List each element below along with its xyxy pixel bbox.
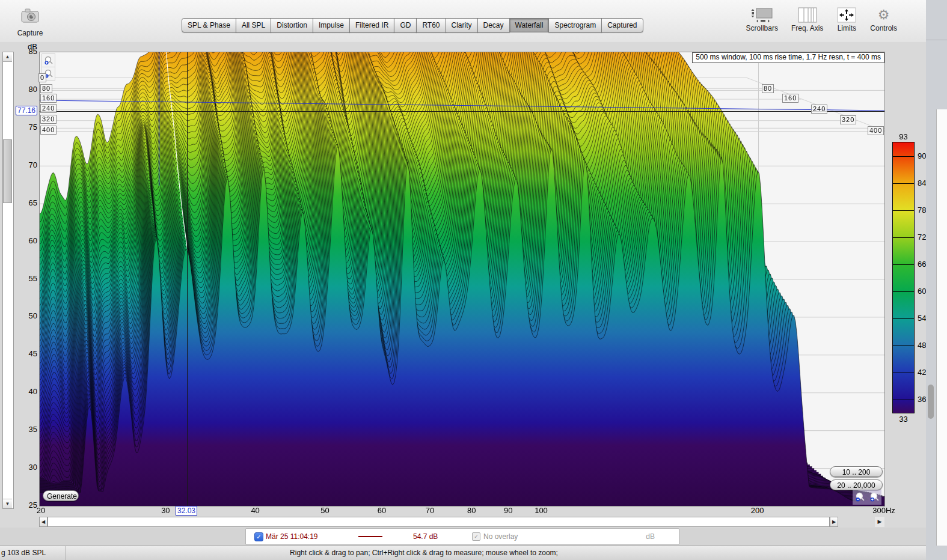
zoom-out-icon[interactable] [855,492,865,502]
x-tick-200: 200 [751,506,764,515]
time-label-right-80: 80 [762,84,774,93]
time-label-left-240: 240 [40,104,57,113]
time-label-left-400: 400 [40,126,57,135]
time-label-right-400: 400 [868,126,884,135]
x-tick-90: 90 [504,506,512,515]
limits-icon [836,6,857,24]
horizontal-scrollbar-track[interactable] [48,517,830,527]
x-tick-60: 60 [378,506,386,515]
graph-tab-strip: SPL & PhaseAll SPLDistortionImpulseFilte… [182,18,643,32]
controls-button[interactable]: ⚙ Controls [870,6,897,32]
time-label-right-320: 320 [840,115,856,124]
scroll-left-arrow-icon[interactable]: ◀ [39,517,48,527]
zoom-in-icon [44,56,54,65]
generate-button[interactable]: Generate [43,490,79,501]
x-tick-30: 30 [161,506,170,515]
x-tick-40: 40 [251,506,259,515]
y-tick-60: 60 [14,236,37,245]
tab-distortion[interactable]: Distortion [271,18,313,32]
main-toolbar: Capture SPL & PhaseAll SPLDistortionImpu… [0,0,926,42]
x-tick-20: 20 [37,506,45,515]
y-tick-55: 55 [14,274,37,283]
scroll-up-arrow-icon[interactable]: ▲ [3,52,12,62]
waterfall-plot-area: 500 ms window, 100 ms rise time, 1.7 Hz … [39,52,885,507]
background-window-edge [926,0,947,560]
colorbar-tick-72: 72 [918,233,926,242]
toolbar-right-tools: Scrollbars Freq. Axis [746,6,897,32]
cursor-freq-readout: 32.03 [176,506,197,516]
zoom-in-button[interactable] [41,53,55,67]
colorbar-tick-36: 36 [918,395,926,404]
colorbar-tick-54: 54 [918,314,926,323]
tab-gd[interactable]: GD [394,18,417,32]
time-label-right-160: 160 [782,94,798,103]
measurement-level: 54.7 dB [413,532,438,541]
y-tick-45: 45 [14,349,37,358]
no-overlay-label: No overlay [483,532,518,541]
colorbar-tick-60: 60 [918,287,926,296]
measurement-checkbox[interactable]: ✓ [254,532,263,541]
freq-axis-button[interactable]: Freq. Axis [791,6,823,32]
tab-captured[interactable]: Captured [601,18,643,32]
time-label-left-80: 80 [40,84,52,93]
colorbar-tick-66: 66 [918,260,926,269]
no-overlay-checkbox[interactable]: ✓ [472,532,480,541]
legend-bar: ✓ Mär 25 11:04:19 54.7 dB ✓ No overlay d… [0,528,926,545]
y-tick-65: 65 [14,198,37,207]
legend-entry: ✓ Mär 25 11:04:19 54.7 dB ✓ No overlay d… [245,528,679,545]
y-tick-40: 40 [14,387,37,396]
limits-button[interactable]: Limits [836,6,857,32]
colorbar-tick-90: 90 [918,151,926,160]
controls-label: Controls [870,24,897,32]
measurement-info-box: 500 ms window, 100 ms rise time, 1.7 Hz … [692,52,884,63]
measurement-name: Mär 25 11:04:19 [266,532,318,541]
horizontal-scrollbar[interactable]: ◀ ▶ [39,517,839,527]
freq-range-button-20-20000[interactable]: 20 .. 20,000 [830,479,883,490]
outer-scroll-right-arrow-icon[interactable]: ▶ [875,517,884,527]
y-tick-35: 35 [14,425,37,434]
background-scrollbar-thumb[interactable] [928,385,934,419]
time-label-left-320: 320 [40,115,57,124]
camera-icon [18,7,42,28]
legend-unit: dB [646,532,655,541]
gear-icon: ⚙ [878,7,890,23]
tab-spl-phase[interactable]: SPL & Phase [182,18,236,32]
cursor-level-readout: 77.16 [16,106,37,115]
status-bar: g 103 dB SPL Right click & drag to pan; … [0,546,926,560]
y-tick-30: 30 [14,463,37,472]
colorbar-min-label: 33 [892,415,915,424]
tab-spectrogram[interactable]: Spectrogram [548,18,602,32]
rew-app-window: Capture SPL & PhaseAll SPLDistortionImpu… [0,0,947,560]
tab-filtered-ir[interactable]: Filtered IR [349,18,394,32]
scroll-right-arrow-icon[interactable]: ▶ [830,517,838,527]
x-tick-70: 70 [426,506,434,515]
colorbar-tick-84: 84 [918,178,926,187]
tab-waterfall[interactable]: Waterfall [509,18,550,32]
x-tick-300: 300Hz [872,506,895,515]
freq-range-button-10-200[interactable]: 10 .. 200 [830,466,883,477]
tab-all-spl[interactable]: All SPL [236,18,271,32]
vertical-scrollbar-thumb[interactable] [3,139,12,203]
y-tick-25: 25 [14,501,37,510]
y-tick-50: 50 [14,311,37,320]
colorbar-max-label: 93 [892,132,915,141]
freq-axis-label: Freq. Axis [791,24,823,32]
tab-clarity[interactable]: Clarity [446,18,478,32]
waterfall-plot[interactable] [40,52,884,506]
capture-label: Capture [13,29,47,37]
scroll-down-arrow-icon[interactable]: ▼ [3,499,12,508]
colorbar-tick-48: 48 [918,341,926,350]
tab-impulse[interactable]: Impulse [313,18,350,32]
tab-rt60[interactable]: RT60 [416,18,446,32]
limits-label: Limits [836,24,857,32]
capture-button[interactable]: Capture [13,7,47,37]
x-tick-100: 100 [535,506,548,515]
tab-decay[interactable]: Decay [477,18,510,32]
vertical-scrollbar[interactable]: ▲ ▼ [2,52,14,509]
colorbar-tick-78: 78 [918,205,926,215]
zoom-in-icon[interactable] [869,492,880,502]
y-tick-85: 85 [14,47,37,56]
y-tick-75: 75 [14,123,37,132]
plot-zoom-tray [853,490,881,505]
scrollbars-toggle[interactable]: Scrollbars [746,6,778,32]
